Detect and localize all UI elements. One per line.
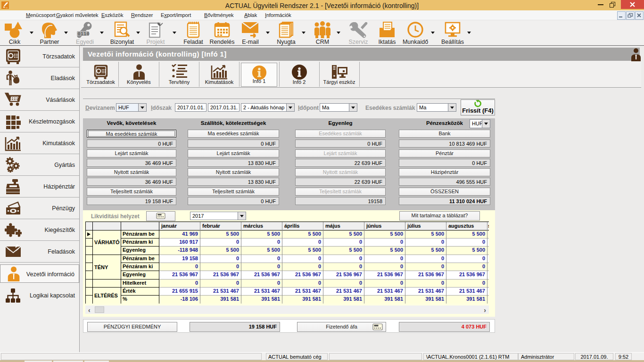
svg-text:0110: 0110 xyxy=(78,31,90,37)
